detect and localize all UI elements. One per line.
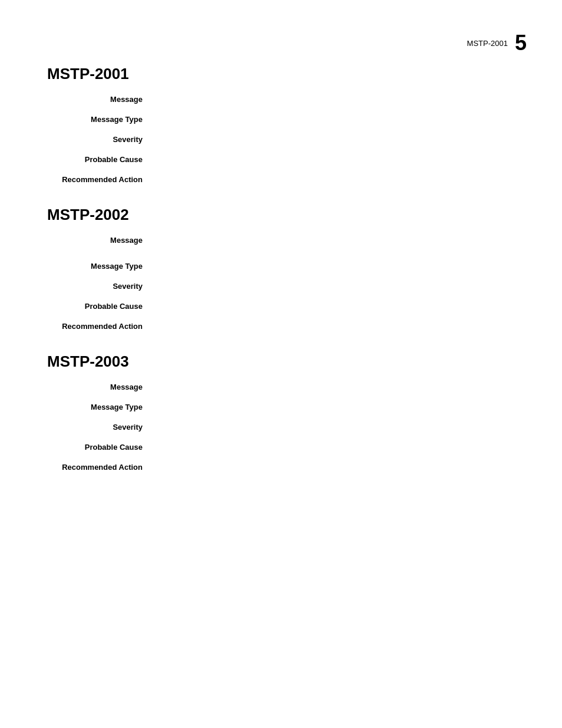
field-value-mstp-2003-2 xyxy=(153,421,515,436)
page-number: 5 xyxy=(515,32,527,54)
field-value-mstp-2001-0 xyxy=(153,94,515,108)
field-row-mstp-2003-3: Probable Cause xyxy=(47,442,515,456)
field-label-mstp-2003-2: Severity xyxy=(47,421,153,436)
field-label-mstp-2003-1: Message Type xyxy=(47,401,153,416)
main-content: MSTP-2001MessageMessage TypeSeverityProb… xyxy=(0,0,562,476)
field-row-mstp-2001-3: Probable Cause xyxy=(47,154,515,168)
field-row-mstp-2003-0: Message xyxy=(47,381,515,396)
page-header: MSTP-2001 5 xyxy=(467,32,527,54)
field-row-mstp-2002-1: Message Type xyxy=(47,261,515,275)
field-label-mstp-2001-3: Probable Cause xyxy=(47,154,153,168)
section-mstp-2001: MSTP-2001MessageMessage TypeSeverityProb… xyxy=(47,65,515,188)
field-label-mstp-2001-0: Message xyxy=(47,94,153,108)
section-title-mstp-2002: MSTP-2002 xyxy=(47,206,515,224)
field-value-mstp-2003-3 xyxy=(153,442,515,456)
field-label-mstp-2001-2: Severity xyxy=(47,134,153,148)
field-value-mstp-2003-0 xyxy=(153,381,515,396)
field-label-mstp-2003-0: Message xyxy=(47,381,153,396)
field-row-mstp-2002-3: Probable Cause xyxy=(47,301,515,315)
field-value-mstp-2003-1 xyxy=(153,401,515,416)
field-row-mstp-2002-2: Severity xyxy=(47,281,515,295)
section-title-mstp-2003: MSTP-2003 xyxy=(47,353,515,371)
field-label-mstp-2001-1: Message Type xyxy=(47,114,153,128)
field-label-mstp-2003-4: Recommended Action xyxy=(47,462,153,476)
field-value-mstp-2002-2 xyxy=(153,281,515,295)
page-header-label: MSTP-2001 xyxy=(467,39,508,48)
field-label-mstp-2002-3: Probable Cause xyxy=(47,301,153,315)
field-row-mstp-2001-4: Recommended Action xyxy=(47,174,515,188)
field-row-mstp-2001-1: Message Type xyxy=(47,114,515,128)
field-value-mstp-2003-4 xyxy=(153,462,515,476)
section-mstp-2003: MSTP-2003MessageMessage TypeSeverityProb… xyxy=(47,353,515,476)
section-mstp-2002: MSTP-2002MessageMessage TypeSeverityProb… xyxy=(47,206,515,335)
field-row-mstp-2002-0: Message xyxy=(47,235,515,249)
field-value-mstp-2002-0 xyxy=(153,235,515,249)
field-value-mstp-2001-3 xyxy=(153,154,515,168)
field-label-mstp-2002-4: Recommended Action xyxy=(47,321,153,335)
field-label-mstp-2001-4: Recommended Action xyxy=(47,174,153,188)
field-value-mstp-2002-1 xyxy=(153,261,515,275)
field-row-mstp-2001-2: Severity xyxy=(47,134,515,148)
field-value-mstp-2001-1 xyxy=(153,114,515,128)
field-value-mstp-2001-4 xyxy=(153,174,515,188)
field-row-mstp-2002-4: Recommended Action xyxy=(47,321,515,335)
field-row-mstp-2001-0: Message xyxy=(47,94,515,108)
field-row-mstp-2003-1: Message Type xyxy=(47,401,515,416)
field-label-mstp-2002-2: Severity xyxy=(47,281,153,295)
field-value-mstp-2002-3 xyxy=(153,301,515,315)
field-row-mstp-2003-2: Severity xyxy=(47,421,515,436)
field-label-mstp-2002-1: Message Type xyxy=(47,261,153,275)
field-row-mstp-2003-4: Recommended Action xyxy=(47,462,515,476)
field-label-mstp-2002-0: Message xyxy=(47,235,153,249)
field-value-mstp-2002-4 xyxy=(153,321,515,335)
section-title-mstp-2001: MSTP-2001 xyxy=(47,65,515,83)
field-value-mstp-2001-2 xyxy=(153,134,515,148)
field-label-mstp-2003-3: Probable Cause xyxy=(47,442,153,456)
